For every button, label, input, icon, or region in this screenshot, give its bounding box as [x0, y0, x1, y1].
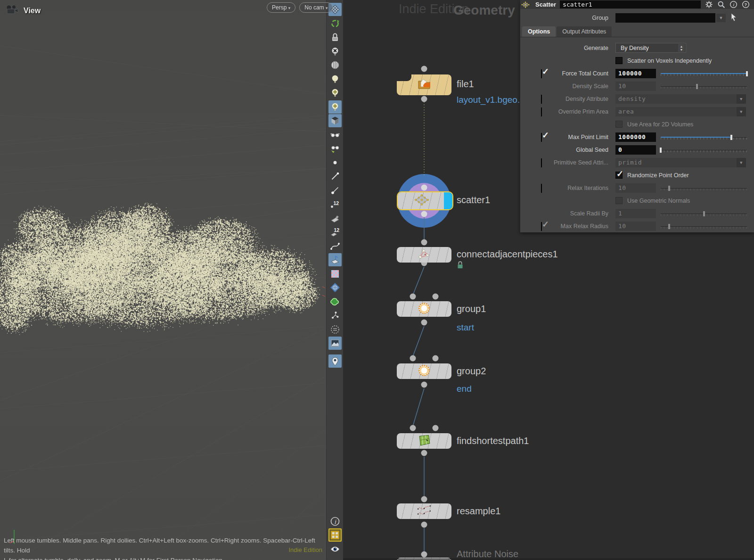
- param-checkbox-primitive-seed-attri[interactable]: [541, 158, 542, 167]
- parameter-tabs: Options Output Attributes: [520, 26, 754, 37]
- display-vertex-normals-icon[interactable]: [328, 253, 342, 266]
- param-checkbox-use-area-for-2d-volumes[interactable]: [615, 121, 623, 128]
- param-row-scale-radii-by: Scale Radii By1: [520, 207, 754, 220]
- ghost-other-objects-icon[interactable]: [328, 58, 342, 72]
- node-label-findshortestpath1[interactable]: findshortestpath1: [457, 436, 529, 446]
- object-select-icon[interactable]: [328, 17, 342, 30]
- info-icon[interactable]: i: [728, 0, 738, 9]
- display-point-normals-icon[interactable]: [328, 170, 342, 183]
- node-label-resample1[interactable]: resample1: [457, 506, 500, 517]
- param-field-max-relax-radius[interactable]: 10: [615, 222, 656, 231]
- param-slider-force-total-count[interactable]: [661, 70, 747, 77]
- param-slider-max-point-limit[interactable]: [661, 133, 747, 141]
- group-dropdown-button[interactable]: ▼: [716, 14, 726, 22]
- node-resample1[interactable]: [397, 503, 451, 519]
- node-label-scatter1[interactable]: scatter1: [457, 195, 490, 206]
- projection-menu-button[interactable]: Persp ▾: [267, 2, 295, 13]
- node-findshortestpath1[interactable]: [397, 433, 451, 449]
- param-control-generate: By Density▲▼: [615, 43, 747, 53]
- node-group2[interactable]: [397, 363, 451, 379]
- param-checkbox-force-total-count[interactable]: [541, 69, 542, 78]
- node-scatter1[interactable]: [397, 191, 453, 210]
- param-inline-label-use-geometric-normals: Use Geometric Normals: [627, 198, 690, 204]
- stereo-glasses-export-icon[interactable]: [328, 142, 342, 155]
- lock-selection-icon[interactable]: [328, 31, 342, 44]
- param-menu-generate[interactable]: By Density▲▼: [615, 43, 686, 53]
- help-icon[interactable]: ?: [740, 0, 751, 9]
- param-field-override-prim-area[interactable]: area▼: [615, 107, 746, 116]
- node-label-group1[interactable]: group1: [457, 304, 486, 314]
- particle-links-icon[interactable]: [328, 309, 342, 322]
- param-field-relax-iterations[interactable]: 10: [615, 183, 656, 193]
- display-profile-curves-icon[interactable]: [328, 239, 342, 253]
- scatter-node-type-icon[interactable]: [520, 0, 531, 9]
- camera-menu-button[interactable]: No cam ▾: [299, 2, 333, 13]
- high-quality-lighting-icon[interactable]: [328, 100, 342, 114]
- param-checkbox-override-prim-area[interactable]: [541, 107, 542, 116]
- locate-pivot-icon[interactable]: [328, 354, 342, 368]
- node-name-field[interactable]: [560, 0, 701, 8]
- param-label-global-seed: Global Seed: [520, 147, 608, 153]
- group-input[interactable]: [615, 13, 715, 23]
- param-control-global-seed: 0: [615, 145, 747, 155]
- scene-viewport[interactable]: View Persp ▾ No cam ▾ Left mouse tumbles…: [0, 0, 326, 560]
- display-hull-diamond-icon[interactable]: [328, 281, 342, 294]
- tab-options[interactable]: Options: [522, 26, 556, 37]
- viewport-canvas[interactable]: [0, 0, 326, 560]
- param-slider-density-scale[interactable]: [661, 82, 747, 90]
- viewport-info-icon[interactable]: i: [328, 515, 342, 528]
- display-point-markers-icon[interactable]: [328, 184, 342, 197]
- param-control-use-area-for-2d-volumes: Use Area for 2D Volumes: [615, 121, 747, 128]
- param-row-force-total-count: Force Total Count100000: [520, 67, 754, 80]
- param-field-force-total-count[interactable]: 100000: [615, 69, 656, 78]
- param-field-density-scale[interactable]: 10: [615, 82, 656, 91]
- tab-output-attributes[interactable]: Output Attributes: [557, 26, 612, 37]
- display-prim-numbers-icon[interactable]: 12: [328, 225, 342, 239]
- param-checkbox-relax-iterations[interactable]: [541, 184, 542, 193]
- node-connectadjacentpieces1[interactable]: [397, 247, 451, 263]
- visibility-eye-icon[interactable]: [328, 543, 342, 556]
- shaded-display-mode-icon[interactable]: [328, 114, 342, 127]
- param-checkbox-scatter-on-voxels-independently[interactable]: [615, 57, 623, 64]
- param-field-global-seed[interactable]: 0: [615, 145, 656, 155]
- param-checkbox-max-relax-radius[interactable]: [541, 222, 542, 231]
- param-checkbox-use-geometric-normals[interactable]: [615, 197, 623, 204]
- display-prim-normals-icon[interactable]: [328, 212, 342, 225]
- node-file1[interactable]: [397, 74, 451, 95]
- display-point-numbers-icon[interactable]: 12: [328, 198, 342, 211]
- node-group1[interactable]: [397, 301, 451, 317]
- uv-checker-texture-icon[interactable]: [328, 267, 342, 280]
- param-slider-relax-iterations[interactable]: [661, 184, 747, 192]
- pane-layout-grid-icon[interactable]: [328, 528, 342, 542]
- param-checkbox-max-point-limit[interactable]: [541, 133, 542, 142]
- node-label-file1[interactable]: file1: [457, 79, 474, 90]
- param-slider-scale-radii-by[interactable]: [661, 210, 747, 217]
- display-flag[interactable]: [444, 192, 452, 209]
- soft-selection-blob-icon[interactable]: [328, 295, 342, 308]
- param-field-primitive-seed-attri[interactable]: primid▼: [615, 158, 746, 167]
- param-dropdown-density-attribute[interactable]: ▼: [737, 94, 746, 104]
- stereo-glasses-icon[interactable]: [328, 128, 342, 141]
- param-checkbox-density-attribute[interactable]: [541, 95, 542, 104]
- param-checkbox-randomize-point-order[interactable]: [615, 172, 623, 179]
- search-icon[interactable]: [716, 0, 726, 9]
- param-field-max-point-limit[interactable]: 1000000: [615, 132, 656, 142]
- node-sublabel-group1: start: [457, 322, 474, 333]
- param-dropdown-primitive-seed-attri[interactable]: ▼: [737, 158, 746, 167]
- background-image-icon[interactable]: [328, 337, 342, 350]
- display-points-icon[interactable]: [328, 156, 342, 169]
- node-label-group2[interactable]: group2: [457, 366, 486, 377]
- gear-icon[interactable]: [704, 0, 714, 9]
- headlight-only-icon[interactable]: [328, 86, 342, 99]
- hide-selected-icon[interactable]: [328, 45, 342, 58]
- param-dropdown-override-prim-area[interactable]: ▼: [737, 107, 746, 116]
- param-control-primitive-seed-attri: primid▼: [615, 158, 747, 167]
- default-lighting-icon[interactable]: [328, 73, 342, 86]
- param-field-density-attribute[interactable]: density▼: [615, 94, 746, 104]
- node-label-connectadjacentpieces1[interactable]: connectadjacentpieces1: [457, 249, 558, 260]
- sprite-disc-icon[interactable]: [328, 323, 342, 336]
- param-field-scale-radii-by[interactable]: 1: [615, 209, 656, 218]
- param-slider-global-seed[interactable]: [661, 146, 747, 154]
- param-slider-max-relax-radius[interactable]: [661, 222, 747, 230]
- select-geometry-arrow-icon[interactable]: [729, 12, 738, 24]
